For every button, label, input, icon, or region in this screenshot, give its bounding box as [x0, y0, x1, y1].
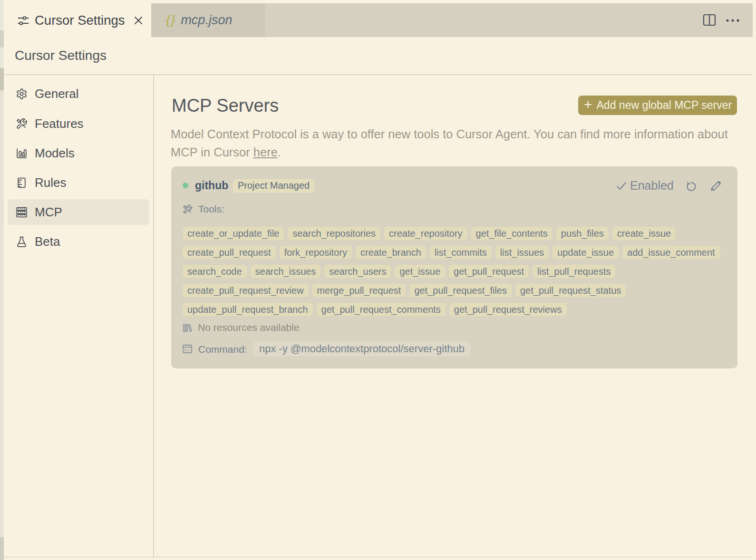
svg-text:C:\: C:\ [184, 348, 189, 352]
